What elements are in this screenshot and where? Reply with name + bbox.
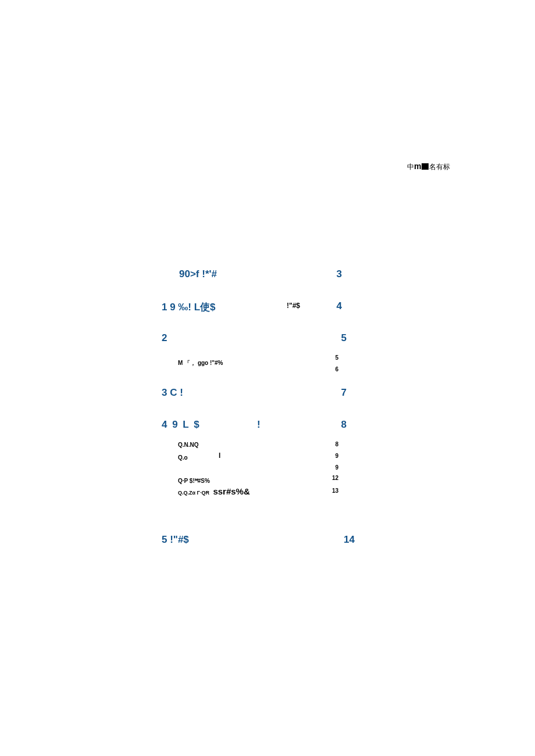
toc-4-sub-3-label: Q·P $!ᴹ#S%	[178, 478, 210, 484]
header-right: 名有标	[429, 163, 450, 171]
toc-row-4-sub-3: Q·P $!ᴹ#S% 12	[162, 475, 359, 486]
toc-4-sub-1-label: Q.o	[178, 454, 188, 461]
header-watermark: 中m名有标	[407, 162, 450, 172]
toc-5-page: 14	[344, 534, 355, 546]
toc-4-sub-2-page: 9	[335, 464, 338, 471]
table-of-contents: 90>f !*'# 3 1 9 ‰! L使$ !"#$ 4 2 5 M 「， g…	[162, 268, 359, 546]
toc-4-sub-0-page: 8	[335, 441, 338, 447]
toc-4-sub-1-mid: l	[219, 452, 220, 460]
toc-row-3: 3 C ! 7	[162, 387, 359, 419]
toc-row-top: 90>f !*'# 3	[162, 268, 359, 300]
header-m: m	[414, 162, 421, 171]
toc-row-4-sub-1: Q.o l 9	[162, 452, 359, 464]
toc-2-label: 2	[162, 332, 167, 344]
toc-2-sub-0-label: M 「， ggo !"#%	[178, 359, 223, 367]
toc-2-sub-0-page: 5	[335, 354, 338, 361]
toc-row-2-sub-1: 6	[162, 368, 359, 387]
toc-top-label: 90>f !*'#	[162, 268, 217, 280]
toc-4-sub-3-page: 12	[332, 475, 338, 481]
toc-3-label: 3 C !	[162, 387, 183, 399]
toc-2-sub-1-page: 6	[335, 366, 338, 372]
toc-2-page: 5	[341, 332, 347, 344]
toc-4-sub-4-ssr: ssr#s%&	[213, 486, 249, 496]
toc-4-page: 8	[341, 419, 347, 431]
toc-row-4-sub-4: Q.Q.Zα Γ·QR ssr#s%& 13	[162, 486, 359, 499]
toc-4-label: 4 9 L $	[162, 419, 201, 431]
toc-4-mid: !	[257, 419, 261, 431]
toc-row-2-sub-0: M 「， ggo !"#% 5	[162, 357, 359, 368]
toc-row-4-sub-0: Q.N.NQ 8	[162, 439, 359, 452]
toc-row-4-sub-2: 9	[162, 464, 359, 475]
toc-4-sub-4-label: Q.Q.Zα Γ·QR	[178, 490, 209, 496]
toc-5-label: 5 !"#$	[162, 534, 189, 546]
toc-top-page: 3	[337, 268, 342, 280]
header-left: 中	[407, 163, 414, 171]
toc-4-sub-0-label: Q.N.NQ	[178, 442, 199, 448]
header-block-icon	[422, 163, 429, 170]
toc-1-page: 4	[337, 300, 342, 312]
toc-row-2: 2 5	[162, 332, 359, 357]
toc-3-page: 7	[341, 387, 347, 399]
toc-4-sub-1-page: 9	[335, 453, 338, 459]
toc-row-4: 4 9 L $ ! 8	[162, 419, 359, 439]
toc-4-sub-4-page: 13	[332, 488, 338, 494]
toc-row-5: 5 !"#$ 14	[162, 534, 359, 546]
toc-row-1: 1 9 ‰! L使$ !"#$ 4	[162, 300, 359, 332]
toc-1-mid: !"#$	[287, 302, 300, 310]
toc-1-label: 1 9 ‰! L使$	[162, 300, 216, 314]
